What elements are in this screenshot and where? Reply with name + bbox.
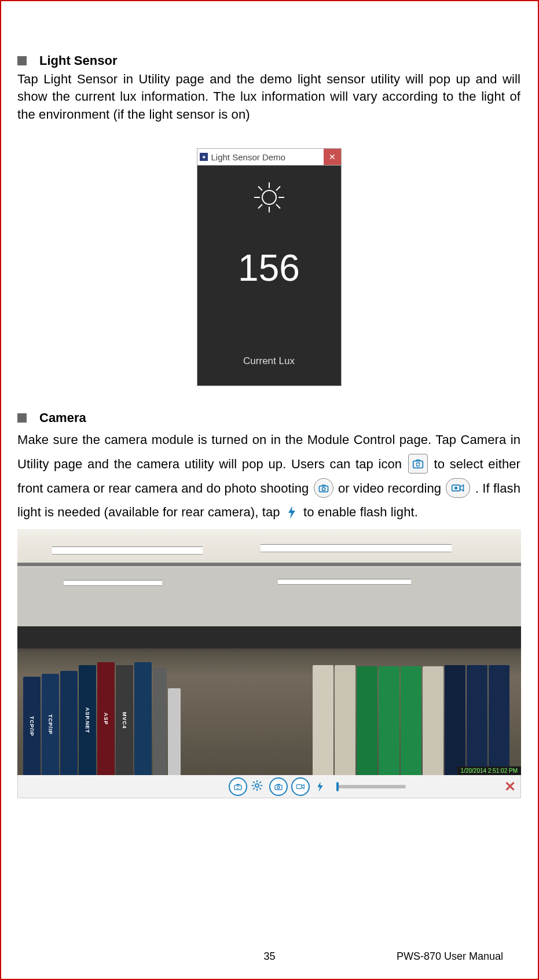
flash-toggle-button[interactable] <box>313 780 327 794</box>
switch-camera-button[interactable] <box>229 777 247 796</box>
svg-rect-24 <box>275 785 282 790</box>
svg-line-6 <box>276 204 280 208</box>
square-bullet-icon <box>17 56 27 65</box>
camera-photo-icon <box>314 478 333 498</box>
settings-button[interactable] <box>251 779 263 794</box>
lux-value: 156 <box>197 247 341 289</box>
page-footer: 35 PWS-870 User Manual <box>1 950 538 963</box>
lux-label: Current Lux <box>197 355 341 367</box>
close-button[interactable]: ✕ <box>324 149 341 165</box>
camera-text-5: to enable flash light. <box>303 505 418 519</box>
svg-point-25 <box>277 786 280 788</box>
photo-shoot-button[interactable] <box>269 777 288 796</box>
svg-point-11 <box>322 487 325 490</box>
light-sensor-demo-body: 156 Current Lux <box>197 166 342 386</box>
svg-point-15 <box>255 784 259 787</box>
svg-rect-9 <box>413 461 423 468</box>
svg-point-0 <box>262 190 276 204</box>
switch-camera-icon <box>408 454 428 474</box>
section-heading-light-sensor: Light Sensor <box>17 53 520 68</box>
svg-line-8 <box>258 204 262 208</box>
svg-line-20 <box>253 781 255 783</box>
light-sensor-demo-figure: ✦ Light Sensor Demo ✕ <box>17 148 520 386</box>
camera-utility-figure: TCP/IP TCP/IP ASP.NET ASP MVC4 <box>17 529 521 798</box>
camera-text-3: or video recording <box>338 481 441 495</box>
window-title: Light Sensor Demo <box>211 152 285 162</box>
close-camera-button[interactable]: ✕ <box>504 779 516 795</box>
svg-line-7 <box>276 186 280 190</box>
heading-light-sensor: Light Sensor <box>39 53 117 68</box>
heading-camera: Camera <box>39 410 86 425</box>
svg-line-22 <box>259 781 261 783</box>
sun-icon <box>252 180 287 215</box>
camera-toolbar: ✕ <box>17 775 521 798</box>
square-bullet-icon <box>17 413 27 423</box>
video-record-icon <box>446 478 470 498</box>
camera-preview: TCP/IP TCP/IP ASP.NET ASP MVC4 <box>17 529 521 775</box>
document-title: PWS-870 User Manual <box>397 950 503 963</box>
svg-line-21 <box>259 788 261 790</box>
preview-timestamp: 1/20/2014 2:51:02 PM <box>457 766 521 775</box>
books-illustration: TCP/IP TCP/IP ASP.NET ASP MVC4 <box>23 648 181 775</box>
app-icon: ✦ <box>200 153 208 161</box>
body-text-camera: Make sure the camera module is turned on… <box>17 428 520 524</box>
document-page: Light Sensor Tap Light Sensor in Utility… <box>0 0 539 980</box>
binders-illustration <box>313 659 521 775</box>
svg-rect-26 <box>296 784 302 788</box>
page-number: 35 <box>263 950 275 963</box>
light-sensor-demo-window: ✦ Light Sensor Demo ✕ <box>197 148 342 386</box>
zoom-slider[interactable] <box>336 785 406 788</box>
body-text-light-sensor: Tap Light Sensor in Utility page and the… <box>17 71 520 123</box>
svg-point-13 <box>454 486 457 489</box>
video-record-button[interactable] <box>291 777 310 796</box>
window-titlebar: ✦ Light Sensor Demo ✕ <box>197 148 342 166</box>
svg-line-5 <box>258 186 262 190</box>
svg-line-23 <box>253 788 255 790</box>
flash-icon <box>284 504 300 520</box>
section-heading-camera: Camera <box>17 410 520 425</box>
